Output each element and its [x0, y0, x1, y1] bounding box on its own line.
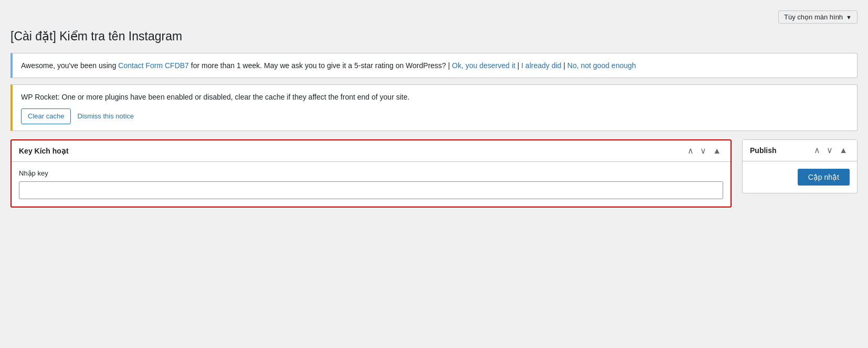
notice-sep1: | [515, 61, 521, 70]
screen-options-button[interactable]: Tùy chọn màn hình ▼ [778, 10, 858, 24]
publish-metabox: Publish ∧ ∨ ▲ Cập nhật [742, 139, 858, 193]
clear-cache-button[interactable]: Clear cache [21, 108, 71, 124]
publish-header: Publish ∧ ∨ ▲ [743, 140, 857, 161]
key-activation-body: Nhập key [12, 162, 731, 206]
notice-wp-rocket-text: WP Rocket: One or more plugins have been… [21, 91, 849, 103]
notice-actions: Clear cache Dismiss this notice [21, 108, 849, 124]
key-input[interactable] [19, 181, 723, 199]
screen-options-label: Tùy chọn màn hình [784, 13, 843, 21]
key-activation-toggle-button[interactable]: ▲ [711, 146, 723, 156]
key-activation-header: Key Kích hoạt ∧ ∨ ▲ [12, 140, 731, 162]
notice-cfdb7: Awesome, you've been using Contact Form … [10, 53, 858, 78]
notice-already-link[interactable]: I already did [521, 61, 561, 70]
notice-wp-rocket: WP Rocket: One or more plugins have been… [10, 84, 858, 131]
notice-sep2: | [562, 61, 567, 70]
key-activation-controls: ∧ ∨ ▲ [685, 146, 723, 156]
key-activation-down-button[interactable]: ∨ [698, 146, 708, 156]
content-area: Key Kích hoạt ∧ ∨ ▲ Nhập key Publish [10, 139, 858, 216]
key-activation-title: Key Kích hoạt [19, 147, 69, 155]
main-column: Key Kích hoạt ∧ ∨ ▲ Nhập key [10, 139, 732, 216]
notice-cfdb7-text: Awesome, you've been using Contact Form … [21, 60, 849, 71]
notice-text-middle: for more than 1 week. May we ask you to … [189, 61, 452, 70]
publish-controls: ∧ ∨ ▲ [812, 145, 850, 156]
publish-down-button[interactable]: ∨ [824, 145, 835, 156]
page-title: [Cài đặt] Kiểm tra tên Instagram [10, 29, 858, 45]
update-button[interactable]: Cập nhật [798, 169, 850, 186]
notice-cfdb7-link[interactable]: Contact Form CFDB7 [118, 61, 189, 70]
key-field-label: Nhập key [19, 169, 723, 177]
key-activation-metabox: Key Kích hoạt ∧ ∨ ▲ Nhập key [10, 139, 732, 208]
notice-text-before: Awesome, you've been using [21, 61, 118, 70]
publish-up-button[interactable]: ∧ [812, 145, 822, 156]
publish-body: Cập nhật [743, 161, 857, 193]
notice-ok-link[interactable]: Ok, you deserved it [452, 61, 515, 70]
publish-title: Publish [750, 146, 777, 155]
screen-options-arrow: ▼ [846, 14, 852, 20]
top-bar: Tùy chọn màn hình ▼ [10, 10, 858, 24]
notice-no-link[interactable]: No, not good enough [567, 61, 636, 70]
side-column: Publish ∧ ∨ ▲ Cập nhật [742, 139, 858, 216]
dismiss-notice-link[interactable]: Dismiss this notice [77, 112, 134, 120]
publish-toggle-button[interactable]: ▲ [837, 145, 850, 156]
key-activation-up-button[interactable]: ∧ [685, 146, 696, 156]
